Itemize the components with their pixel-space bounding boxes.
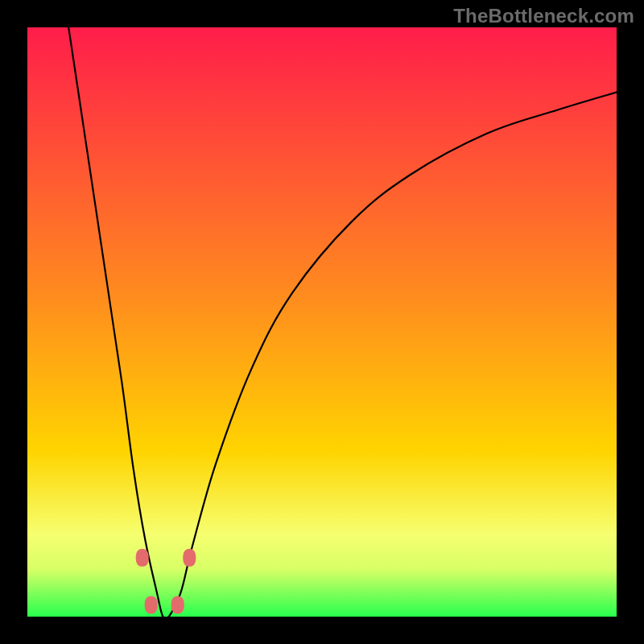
watermark-text: TheBottleneck.com	[453, 5, 634, 27]
valley-marker-3	[171, 596, 184, 613]
bottleneck-chart	[27, 27, 617, 617]
plot-background	[27, 27, 617, 617]
valley-marker-0	[136, 549, 149, 567]
valley-marker-2	[145, 596, 158, 613]
outer-frame: TheBottleneck.com	[0, 0, 644, 644]
valley-marker-1	[183, 549, 196, 567]
